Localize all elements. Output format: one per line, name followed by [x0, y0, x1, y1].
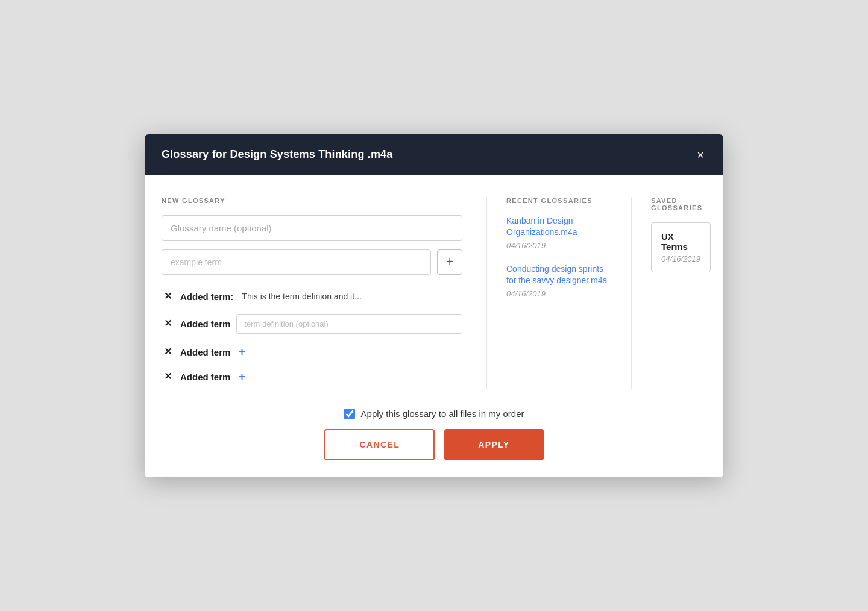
term-label: Added term:	[180, 292, 233, 302]
recent-glossary-date: 04/16/2019	[506, 289, 612, 298]
glossary-name-input[interactable]	[162, 215, 462, 241]
footer-buttons: CANCEL APPLY	[324, 429, 543, 460]
recent-glossary-link[interactable]: Kanban in Design Organizations.m4a	[506, 215, 612, 239]
term-label: Added term	[180, 347, 230, 357]
term-definition-input[interactable]	[236, 314, 462, 334]
term-definition-text: This is the term definion and it...	[242, 292, 361, 301]
new-glossary-label: NEW GLOSSARY	[162, 197, 462, 204]
modal-header: Glossary for Design Systems Thinking .m4…	[145, 134, 723, 175]
add-definition-icon[interactable]: +	[239, 371, 245, 383]
apply-checkbox-row: Apply this glossary to all files in my o…	[344, 409, 524, 419]
apply-all-files-checkbox[interactable]	[344, 409, 355, 419]
term-row: ✕ Added term	[162, 308, 462, 340]
apply-checkbox-label: Apply this glossary to all files in my o…	[361, 409, 524, 419]
new-glossary-column: NEW GLOSSARY + ✕ Added term: This is the…	[162, 197, 487, 389]
add-term-button[interactable]: +	[437, 249, 462, 275]
modal-footer: Apply this glossary to all files in my o…	[145, 389, 723, 477]
saved-glossaries-label: SAVED GLOSSARIES	[651, 197, 711, 212]
add-definition-icon[interactable]: +	[239, 346, 245, 359]
saved-glossary-name: UX Terms	[661, 231, 700, 252]
saved-glossary-card[interactable]: UX Terms 04/16/2019	[651, 222, 711, 272]
recent-glossary-date: 04/16/2019	[506, 241, 612, 250]
term-row: ✕ Added term +	[162, 340, 462, 365]
term-input-row: +	[162, 249, 462, 275]
modal-title: Glossary for Design Systems Thinking .m4…	[162, 148, 393, 161]
saved-glossaries-column: SAVED GLOSSARIES UX Terms 04/16/2019	[632, 197, 711, 389]
term-row: ✕ Added term +	[162, 365, 462, 389]
term-label: Added term	[180, 319, 230, 329]
modal-body: NEW GLOSSARY + ✕ Added term: This is the…	[145, 175, 723, 389]
term-list: ✕ Added term: This is the term definion …	[162, 286, 462, 389]
term-remove-button[interactable]: ✕	[162, 372, 174, 381]
saved-glossary-date: 04/16/2019	[661, 254, 700, 263]
modal-close-button[interactable]: ×	[694, 146, 706, 163]
apply-button[interactable]: APPLY	[444, 429, 543, 460]
term-remove-button[interactable]: ✕	[162, 347, 174, 357]
term-remove-button[interactable]: ✕	[162, 319, 174, 328]
recent-glossaries-column: RECENT GLOSSARIES Kanban in Design Organ…	[487, 197, 632, 389]
example-term-input[interactable]	[162, 249, 431, 275]
term-row: ✕ Added term: This is the term definion …	[162, 286, 462, 308]
glossary-modal: Glossary for Design Systems Thinking .m4…	[145, 134, 723, 477]
recent-glossary-link[interactable]: Conducting design sprints for the savvy …	[506, 263, 612, 287]
term-label: Added term	[180, 372, 230, 382]
cancel-button[interactable]: CANCEL	[324, 429, 435, 460]
term-remove-button[interactable]: ✕	[162, 292, 174, 301]
recent-glossaries-label: RECENT GLOSSARIES	[506, 197, 612, 204]
